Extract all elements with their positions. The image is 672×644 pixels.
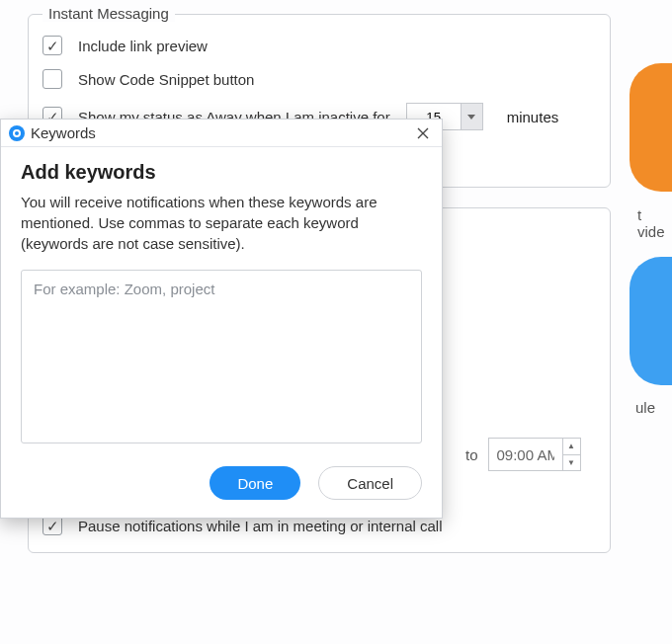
input-time-to[interactable]	[489, 439, 562, 470]
app-icon	[9, 125, 25, 141]
spinner-down[interactable]: ▼	[563, 455, 580, 471]
checkbox-code-snippet[interactable]	[42, 69, 62, 89]
tile-video[interactable]	[630, 63, 672, 192]
checkbox-pause-in-meeting[interactable]	[42, 516, 62, 535]
dialog-heading: Add keywords	[21, 161, 422, 184]
checkbox-link-preview[interactable]	[42, 36, 62, 55]
spinner-up[interactable]: ▲	[563, 439, 580, 455]
dialog-description: You will receive notifications when thes…	[21, 192, 422, 254]
caption-video: t vide	[637, 206, 672, 240]
caption-schedule: ule	[635, 399, 655, 416]
cancel-button[interactable]: Cancel	[318, 466, 422, 500]
tile-schedule[interactable]	[630, 257, 672, 385]
keywords-input[interactable]	[21, 270, 422, 443]
close-icon	[417, 127, 429, 139]
instant-messaging-legend: Instant Messaging	[42, 5, 175, 22]
dropdown-away-minutes[interactable]	[462, 103, 483, 130]
close-button[interactable]	[412, 122, 434, 144]
label-link-preview: Include link preview	[78, 38, 208, 54]
dialog-window-title: Keywords	[31, 124, 412, 141]
label-minutes: minutes	[507, 109, 559, 125]
chevron-down-icon	[467, 115, 475, 120]
label-pause-in-meeting: Pause notifications while I am in meetin…	[78, 518, 443, 534]
done-button[interactable]: Done	[210, 466, 300, 500]
label-code-snippet: Show Code Snippet button	[78, 71, 254, 88]
label-to: to	[465, 446, 478, 463]
keywords-dialog: Keywords Add keywords You will receive n…	[0, 119, 443, 519]
time-to-box: ▲ ▼	[488, 438, 581, 471]
dialog-titlebar: Keywords	[1, 120, 442, 147]
